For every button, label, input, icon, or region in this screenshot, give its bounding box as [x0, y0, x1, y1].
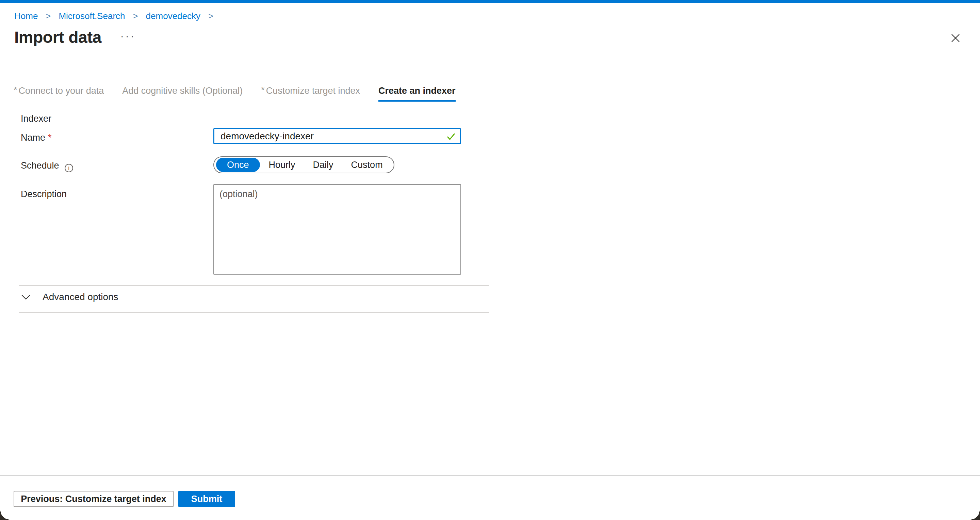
breadcrumb-demovedecky[interactable]: demovedecky	[146, 11, 200, 21]
advanced-options-label: Advanced options	[43, 292, 118, 303]
top-accent-bar	[0, 0, 980, 3]
close-icon[interactable]	[950, 33, 961, 43]
more-menu-icon[interactable]: ···	[121, 31, 136, 41]
breadcrumb-separator-icon: >	[208, 11, 213, 21]
header: Import data ···	[14, 28, 136, 46]
required-marker: *	[48, 133, 52, 143]
breadcrumb: Home > Microsoft.Search > demovedecky >	[14, 10, 219, 22]
tab-label: Connect to your data	[19, 86, 104, 96]
tab-label: Customize target index	[266, 86, 360, 96]
description-field-label: Description	[21, 189, 67, 200]
schedule-option-daily[interactable]: Daily	[304, 158, 342, 172]
breadcrumb-separator-icon: >	[46, 11, 51, 21]
schedule-field-label: Schedulei	[21, 160, 73, 172]
tab-create-an-indexer[interactable]: Create an indexer	[379, 86, 456, 101]
tab-required-marker: *	[14, 85, 18, 95]
footer-divider	[0, 475, 980, 476]
description-textarea[interactable]	[213, 184, 461, 274]
tab-label: Add cognitive skills (Optional)	[122, 86, 243, 96]
info-icon[interactable]: i	[65, 164, 73, 172]
breadcrumb-microsoft-search[interactable]: Microsoft.Search	[59, 11, 125, 21]
tab-customize-target-index[interactable]: *Customize target index	[261, 86, 360, 101]
tab-connect-to-your-data[interactable]: *Connect to your data	[14, 86, 104, 101]
name-field-label: Name*	[21, 133, 52, 143]
indexer-name-input[interactable]	[213, 128, 461, 144]
breadcrumb-home[interactable]: Home	[14, 11, 38, 21]
schedule-option-custom[interactable]: Custom	[342, 158, 392, 172]
schedule-segmented-control: Once Hourly Daily Custom	[213, 156, 395, 173]
window-corner	[970, 510, 980, 520]
schedule-label-text: Schedule	[21, 160, 59, 171]
tab-label: Create an indexer	[379, 86, 456, 96]
chevron-down-icon	[21, 294, 31, 300]
wizard-tabs: *Connect to your data Add cognitive skil…	[14, 86, 456, 101]
indexer-section-title: Indexer	[21, 114, 51, 124]
schedule-option-hourly[interactable]: Hourly	[260, 158, 304, 172]
schedule-option-once[interactable]: Once	[216, 158, 260, 172]
indexer-name-field	[213, 128, 461, 144]
valid-checkmark-icon	[445, 131, 456, 142]
previous-step-button[interactable]: Previous: Customize target index	[14, 491, 173, 507]
submit-button[interactable]: Submit	[178, 491, 235, 507]
advanced-options-toggle[interactable]: Advanced options	[21, 292, 118, 303]
breadcrumb-separator-icon: >	[133, 11, 138, 21]
divider	[19, 312, 489, 313]
window-corner	[0, 510, 10, 520]
divider	[19, 285, 489, 286]
name-label-text: Name	[21, 133, 45, 143]
tab-required-marker: *	[261, 85, 265, 95]
page-title: Import data	[14, 28, 102, 46]
tab-add-cognitive-skills[interactable]: Add cognitive skills (Optional)	[122, 86, 243, 101]
